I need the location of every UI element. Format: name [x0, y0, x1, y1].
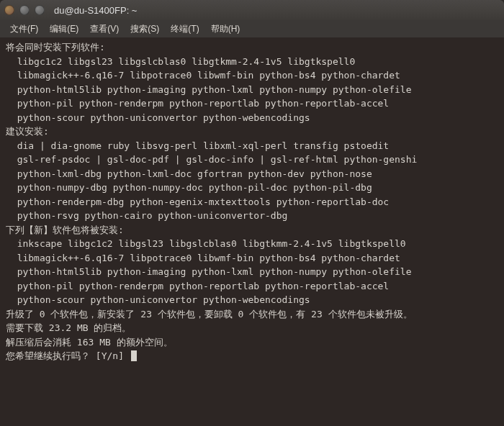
pkg-line: python-html5lib python-imaging python-lx…	[6, 265, 498, 279]
titlebar: du@du-S1400FP: ~	[0, 0, 504, 20]
pkg-line: inkscape libgc1c2 libgsl23 libgslcblas0 …	[6, 237, 498, 251]
close-icon[interactable]	[4, 5, 14, 15]
suggested-header: 建议安装:	[6, 126, 49, 137]
window-title: du@du-S1400FP: ~	[54, 5, 137, 16]
pkg-line: gsl-ref-psdoc | gsl-doc-pdf | gsl-doc-in…	[6, 153, 498, 167]
continue-prompt: 您希望继续执行吗？ [Y/n]	[6, 350, 124, 361]
pkg-line: dia | dia-gnome ruby libsvg-perl libxml-…	[6, 139, 498, 153]
menu-terminal[interactable]: 终端(T)	[166, 22, 203, 37]
pkg-line: python-scour python-uniconvertor python-…	[6, 111, 498, 125]
summary-line: 升级了 0 个软件包，新安装了 23 个软件包，要卸载 0 个软件包，有 23 …	[6, 309, 413, 320]
terminal-output[interactable]: 将会同时安装下列软件: libgc1c2 libgsl23 libgslcbla…	[0, 37, 504, 426]
pkg-line: python-pil python-renderpm python-report…	[6, 279, 498, 294]
pkg-line: libmagick++-6.q16-7 libpotrace0 libwmf-b…	[6, 251, 498, 266]
pkg-line: python-pil python-renderpm python-report…	[6, 96, 498, 111]
cursor-icon	[131, 350, 137, 361]
summary-line: 解压缩后会消耗 163 MB 的额外空间。	[6, 337, 173, 348]
new-header: 下列【新】软件包将被安装:	[6, 225, 124, 235]
pkg-line: python-renderpm-dbg python-egenix-mxtext…	[6, 195, 498, 209]
pkg-line: python-scour python-uniconvertor python-…	[6, 293, 498, 307]
menu-search[interactable]: 搜索(S)	[126, 22, 163, 37]
minimize-icon[interactable]	[19, 5, 30, 15]
pkg-line: python-lxml-dbg python-lxml-doc gfortran…	[6, 167, 498, 181]
menubar: 文件(F) 编辑(E) 查看(V) 搜索(S) 终端(T) 帮助(H)	[0, 20, 504, 37]
menu-file[interactable]: 文件(F)	[6, 22, 42, 37]
menu-view[interactable]: 查看(V)	[86, 22, 123, 37]
maximize-icon[interactable]	[35, 5, 45, 15]
menu-help[interactable]: 帮助(H)	[207, 22, 245, 37]
pkg-line: python-numpy-dbg python-numpy-doc python…	[6, 181, 498, 195]
pkg-line: python-html5lib python-imaging python-lx…	[6, 83, 498, 97]
pkg-line: python-rsvg python-cairo python-uniconve…	[6, 209, 498, 223]
pkg-line: libgc1c2 libgsl23 libgslcblas0 libgtkmm-…	[6, 55, 498, 69]
summary-line: 需要下载 23.2 MB 的归档。	[6, 322, 131, 333]
extra-header: 将会同时安装下列软件:	[6, 42, 105, 53]
menu-edit[interactable]: 编辑(E)	[45, 22, 83, 37]
pkg-line: libmagick++-6.q16-7 libpotrace0 libwmf-b…	[6, 68, 498, 83]
